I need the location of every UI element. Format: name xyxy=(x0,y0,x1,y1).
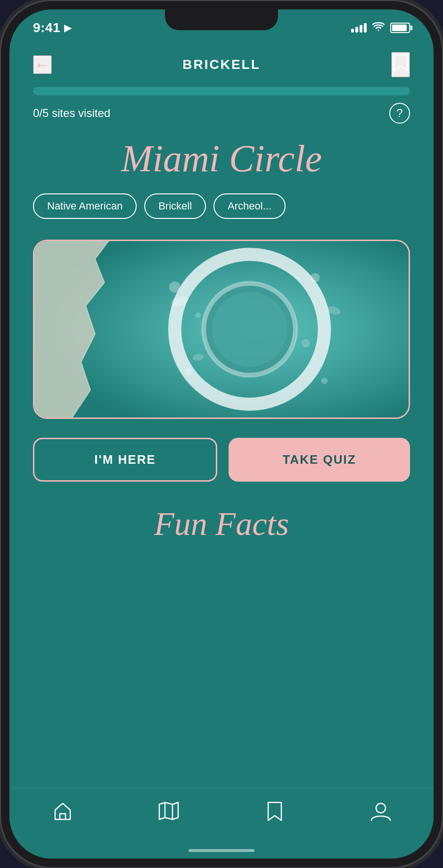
nav-profile[interactable] xyxy=(369,800,392,822)
tags-container[interactable]: Native American Brickell Archeol... xyxy=(33,193,410,221)
tag-archeol[interactable]: Archeol... xyxy=(213,193,286,219)
progress-section: 0/5 sites visited ? xyxy=(9,87,434,124)
take-quiz-button[interactable]: TAKE QUIZ xyxy=(229,438,410,482)
svg-point-18 xyxy=(376,803,386,813)
tag-brickell[interactable]: Brickell xyxy=(144,193,206,219)
progress-bar-container xyxy=(33,87,410,95)
svg-point-0 xyxy=(378,30,379,31)
bookmark-button[interactable] xyxy=(391,52,410,77)
svg-point-12 xyxy=(302,339,310,348)
svg-point-6 xyxy=(212,292,287,367)
tag-native-american[interactable]: Native American xyxy=(33,193,137,219)
fun-facts-title: Fun Facts xyxy=(33,505,410,543)
nav-home[interactable] xyxy=(51,800,74,822)
header: ← BRICKELL xyxy=(9,38,434,87)
time-display: 9:41 xyxy=(33,20,60,35)
phone-frame: 9:41 ▶ xyxy=(0,0,443,868)
wifi-icon xyxy=(372,22,385,34)
map-icon xyxy=(157,800,180,822)
svg-point-8 xyxy=(185,367,193,375)
progress-text: 0/5 sites visited xyxy=(33,107,110,120)
nav-bookmarks[interactable] xyxy=(263,800,286,822)
status-icons xyxy=(351,22,410,34)
im-here-button[interactable]: I'M HERE xyxy=(33,438,217,482)
main-content: Miami Circle Native American Brickell Ar… xyxy=(9,138,434,637)
nav-map[interactable] xyxy=(157,800,180,822)
svg-point-7 xyxy=(169,282,180,293)
status-time: 9:41 ▶ xyxy=(33,20,72,35)
help-button[interactable]: ? xyxy=(389,103,410,124)
progress-info: 0/5 sites visited ? xyxy=(33,103,410,124)
screen: 9:41 ▶ xyxy=(9,9,434,859)
svg-point-10 xyxy=(321,377,328,384)
home-icon xyxy=(51,800,74,822)
scroll-area[interactable]: 0/5 sites visited ? Miami Circle Native … xyxy=(9,87,434,859)
site-image xyxy=(34,241,409,417)
svg-point-9 xyxy=(311,273,320,283)
location-icon: ▶ xyxy=(64,22,72,33)
bookmarks-icon xyxy=(263,800,286,822)
site-image-card xyxy=(33,240,410,419)
svg-point-11 xyxy=(195,312,201,318)
signal-icon xyxy=(351,23,367,33)
action-buttons: I'M HERE TAKE QUIZ xyxy=(33,438,410,482)
battery-icon xyxy=(390,23,410,33)
header-title: BRICKELL xyxy=(182,57,261,72)
home-indicator xyxy=(189,849,254,852)
back-button[interactable]: ← xyxy=(33,55,52,74)
bottom-nav xyxy=(9,788,434,859)
site-title: Miami Circle xyxy=(33,138,410,179)
profile-icon xyxy=(369,800,392,822)
notch xyxy=(165,9,278,30)
